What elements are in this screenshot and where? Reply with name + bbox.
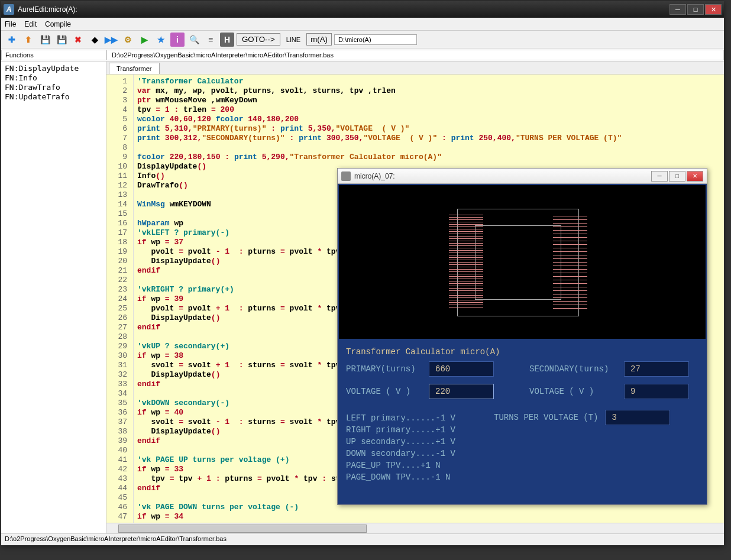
list-icon[interactable]: ≡ bbox=[203, 33, 218, 47]
search-icon[interactable]: 🔍 bbox=[187, 33, 201, 47]
function-item[interactable]: FN:DisplayUpdate bbox=[5, 64, 102, 73]
window-title: AurelEdit:micro(A): bbox=[18, 5, 669, 14]
voltage2-label: VOLTAGE ( V ) bbox=[529, 386, 612, 397]
functions-header: Functions bbox=[1, 50, 106, 60]
primary-label: PRIMARY(turns) bbox=[346, 363, 417, 375]
gear-icon[interactable]: ⚙ bbox=[121, 33, 135, 47]
goto-button[interactable]: GOTO--> bbox=[237, 33, 280, 46]
colors-icon[interactable]: ◆ bbox=[88, 33, 102, 47]
secondary-value: 27 bbox=[624, 361, 689, 377]
secondary-winding bbox=[553, 213, 587, 309]
voltage1-value: 220 bbox=[429, 384, 494, 399]
menu-file[interactable]: File bbox=[5, 20, 16, 28]
function-item[interactable]: FN:Info bbox=[5, 73, 102, 83]
sub-maximize-button[interactable]: □ bbox=[669, 171, 685, 182]
new-file-icon[interactable]: ✚ bbox=[5, 33, 19, 47]
primary-winding bbox=[449, 213, 483, 308]
header-row: Functions D:\o2Progress\OxygenBasic\micr… bbox=[1, 48, 724, 61]
tpv-value: 3 bbox=[605, 410, 670, 425]
info-row: PAGE_UP TPV....+1 N bbox=[346, 459, 482, 471]
calculator-panel: Transformer Calculator micro(A) PRIMARY(… bbox=[338, 340, 707, 504]
secondary-label: SECONDARY(turns) bbox=[529, 363, 612, 375]
primary-value: 660 bbox=[429, 361, 494, 377]
info-row: RIGHT primary.....+1 V bbox=[346, 424, 482, 436]
menubar: File Edit Compile bbox=[1, 18, 724, 31]
function-item[interactable]: FN:DrawTrafo bbox=[5, 83, 102, 92]
save-icon[interactable]: 💾 bbox=[38, 33, 52, 47]
tab-row: Transformer bbox=[106, 61, 724, 75]
sub-title: micro(A)_07: bbox=[354, 172, 395, 180]
info-icon[interactable]: i bbox=[170, 33, 185, 47]
voltage1-label: VOLTAGE ( V ) bbox=[346, 386, 417, 397]
functions-sidebar[interactable]: FN:DisplayUpdate FN:Info FN:DrawTrafo FN… bbox=[1, 61, 106, 533]
horizontal-scrollbar[interactable] bbox=[106, 523, 724, 533]
play-fast-icon[interactable]: ▶▶ bbox=[104, 33, 118, 47]
voltage2-value: 9 bbox=[624, 384, 689, 399]
path-input[interactable]: D:\micro(A) bbox=[334, 34, 417, 45]
function-item[interactable]: FN:UpdateTrafo bbox=[5, 92, 102, 102]
toolbar: ✚ ⬆ 💾 💾 ✖ ◆ ▶▶ ⚙ ▶ ★ i 🔍 ≡ H GOTO--> LIN… bbox=[1, 31, 724, 48]
run-icon[interactable]: ▶ bbox=[137, 33, 151, 47]
sub-minimize-button[interactable]: ─ bbox=[651, 171, 668, 182]
menu-compile[interactable]: Compile bbox=[45, 20, 71, 28]
titlebar[interactable]: A AurelEdit:micro(A): ─ □ ✕ bbox=[1, 1, 724, 18]
open-file-icon[interactable]: ⬆ bbox=[21, 33, 35, 47]
ma-button[interactable]: m(A) bbox=[306, 33, 332, 46]
info-row: PAGE_DOWN TPV....-1 N bbox=[346, 471, 482, 483]
app-icon: A bbox=[4, 4, 14, 15]
close-file-icon[interactable]: ✖ bbox=[71, 33, 85, 47]
file-path: D:\o2Progress\OxygenBasic\microAInterpre… bbox=[106, 50, 724, 60]
tab-transformer[interactable]: Transformer bbox=[109, 63, 160, 74]
save-as-icon[interactable]: 💾 bbox=[54, 33, 69, 47]
calc-title: Transformer Calculator micro(A) bbox=[346, 346, 698, 358]
scrollbar-thumb[interactable] bbox=[118, 525, 367, 533]
star-icon[interactable]: ★ bbox=[154, 33, 168, 47]
info-row: LEFT primary......-1 V bbox=[346, 412, 482, 424]
statusbar: D:\o2Progress\OxygenBasic\microAInterpre… bbox=[1, 533, 724, 545]
sub-titlebar[interactable]: micro(A)_07: ─ □ ✕ bbox=[338, 169, 707, 184]
line-label: LINE bbox=[283, 35, 304, 44]
sub-close-button[interactable]: ✕ bbox=[687, 171, 703, 182]
minimize-button[interactable]: ─ bbox=[669, 4, 686, 15]
program-window[interactable]: micro(A)_07: ─ □ ✕ Transformer Calculato… bbox=[337, 168, 707, 505]
core-inner bbox=[475, 225, 561, 300]
menu-edit[interactable]: Edit bbox=[24, 20, 37, 28]
maximize-button[interactable]: □ bbox=[687, 4, 704, 15]
close-button[interactable]: ✕ bbox=[705, 4, 722, 15]
h-icon[interactable]: H bbox=[220, 33, 234, 47]
info-row: DOWN secondary....-1 V bbox=[346, 448, 482, 459]
info-row: UP secondary......+1 V bbox=[346, 436, 482, 448]
line-gutter: 1234567891011121314151617181920212223242… bbox=[106, 75, 134, 523]
tpv-label: TURNS PER VOLTAGE (T) bbox=[494, 412, 598, 423]
sub-app-icon bbox=[341, 171, 351, 181]
transformer-canvas bbox=[339, 185, 706, 339]
